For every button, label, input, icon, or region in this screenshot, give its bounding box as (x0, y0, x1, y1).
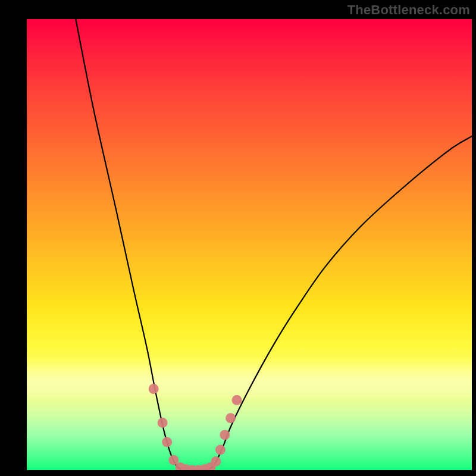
marker-dot (226, 413, 236, 423)
chart-frame: TheBottleneck.com (0, 0, 476, 476)
curve-svg (27, 19, 472, 470)
highlight-markers (149, 384, 242, 470)
curve-group (76, 19, 472, 470)
plot-area (27, 19, 472, 470)
watermark-text: TheBottleneck.com (347, 2, 470, 18)
marker-dot (162, 437, 172, 447)
bottleneck-curve (76, 19, 472, 470)
marker-dot (158, 418, 168, 428)
marker-dot (149, 384, 159, 394)
marker-dot (220, 430, 230, 440)
marker-dot (215, 444, 226, 455)
marker-dot (232, 395, 242, 405)
marker-dot (211, 456, 221, 466)
